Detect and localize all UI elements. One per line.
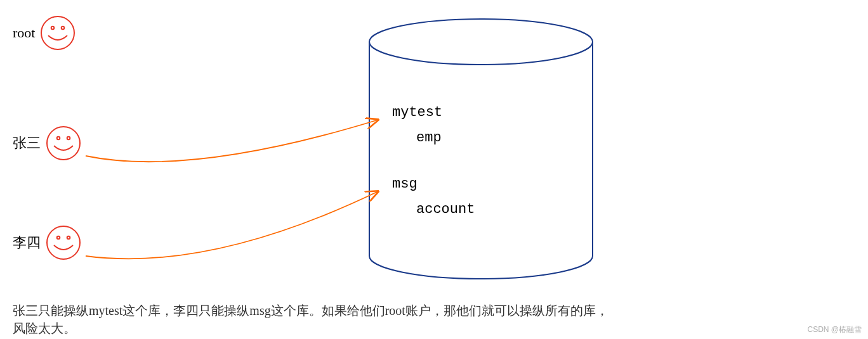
schema1-name: mytest [392,105,442,120]
caption: 张三只能操纵mytest这个库，李四只能操纵msg这个库。如果给他们root账户… [13,302,850,337]
svg-point-9 [369,19,593,65]
caption-line2: 风险太大。 [13,319,850,337]
schema2-name: msg [392,176,418,192]
schema1-table: emp [416,130,442,146]
caption-line1: 张三只能操纵mytest这个库，李四只能操纵msg这个库。如果给他们root账户… [13,302,850,319]
watermark: CSDN @椿融雪 [807,324,862,335]
schema2-table: account [416,201,475,217]
database-cylinder-icon [360,18,602,284]
arrow-lisi-to-msg [0,0,393,285]
